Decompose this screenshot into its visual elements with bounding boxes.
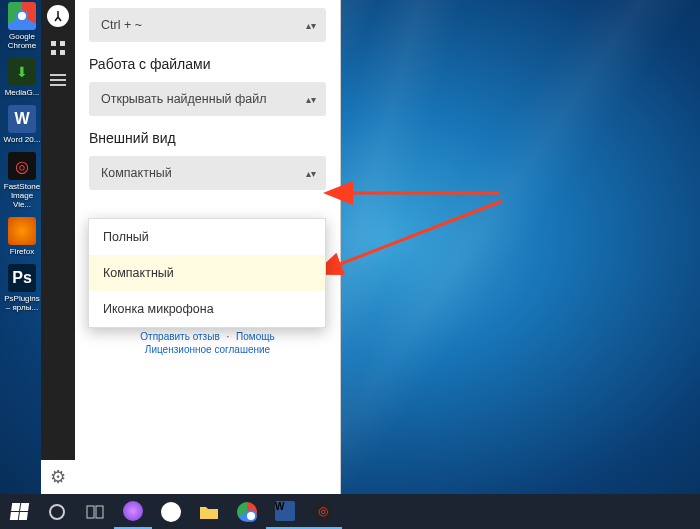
desktop-icon-chrome[interactable]: Google Chrome: [2, 2, 42, 50]
app-sidebar: [41, 0, 75, 494]
desktop-icon-label: Firefox: [2, 247, 42, 256]
svg-rect-12: [96, 506, 103, 518]
license-link[interactable]: Лицензионное соглашение: [145, 344, 270, 355]
desktop-icon-label: MediaG...: [2, 88, 42, 97]
taskbar-app-faststone[interactable]: ◎: [304, 494, 342, 529]
desktop-icons-column: Google Chrome MediaG... W Word 20... Fas…: [2, 2, 42, 320]
taskbar-app-explorer[interactable]: [190, 494, 228, 529]
dropdown-option-full[interactable]: Полный: [89, 219, 325, 255]
folder-icon: [199, 504, 219, 520]
sidebar-yandex-button[interactable]: [41, 0, 75, 32]
taskbar-app-alice[interactable]: [114, 494, 152, 529]
cortana-button[interactable]: [38, 494, 76, 529]
desktop-icon-word[interactable]: W Word 20...: [2, 105, 42, 144]
svg-rect-4: [50, 74, 66, 76]
word-icon: W: [275, 501, 295, 521]
files-action-value: Открывать найденный файл: [101, 92, 267, 106]
desktop-icon-label: Google Chrome: [2, 32, 42, 50]
chevron-updown-icon: ▴▾: [306, 94, 316, 105]
desktop-icon-firefox[interactable]: Firefox: [2, 217, 42, 256]
section-files-heading: Работа с файлами: [89, 56, 326, 72]
chrome-icon: [237, 502, 257, 522]
svg-rect-2: [51, 50, 56, 55]
desktop-background: Google Chrome MediaG... W Word 20... Fas…: [0, 0, 700, 529]
svg-line-10: [338, 201, 502, 265]
files-action-select[interactable]: Открывать найденный файл ▴▾: [89, 82, 326, 116]
annotation-arrow-2: [332, 195, 507, 279]
hotkey-select-value: Ctrl + ~: [101, 18, 142, 32]
taskbar-app-word[interactable]: W: [266, 494, 304, 529]
hamburger-icon: [50, 74, 66, 86]
taskbar: W ◎: [0, 494, 700, 529]
task-view-icon: [86, 505, 104, 519]
feedback-link[interactable]: Отправить отзыв: [140, 331, 219, 342]
section-appearance-heading: Внешний вид: [89, 130, 326, 146]
gear-icon: ⚙: [50, 466, 66, 488]
windows-icon: [9, 503, 28, 520]
settings-button[interactable]: ⚙: [41, 460, 75, 494]
help-link[interactable]: Помощь: [236, 331, 275, 342]
dropdown-option-mic[interactable]: Иконка микрофона: [89, 291, 325, 327]
chevron-updown-icon: ▴▾: [306, 168, 316, 179]
svg-rect-0: [51, 41, 56, 46]
faststone-icon: ◎: [313, 501, 333, 521]
task-view-button[interactable]: [76, 494, 114, 529]
firefox-icon: [8, 217, 36, 245]
footer-links: Отправить отзыв · Помощь: [89, 331, 326, 342]
alice-icon: [123, 501, 143, 521]
svg-rect-11: [87, 506, 94, 518]
svg-rect-5: [50, 79, 66, 81]
yandex-browser-icon: [161, 502, 181, 522]
desktop-icon-faststone[interactable]: FastStone Image Vie...: [2, 152, 42, 209]
camera-icon: [8, 152, 36, 180]
desktop-icon-label: PsPlugins – ярлы...: [2, 294, 42, 312]
download-icon: [8, 58, 36, 86]
desktop-icon-label: FastStone Image Vie...: [2, 182, 42, 209]
sidebar-menu-button[interactable]: [41, 64, 75, 96]
sidebar-apps-button[interactable]: [41, 32, 75, 64]
cortana-icon: [49, 504, 65, 520]
appearance-select-value: Компактный: [101, 166, 172, 180]
start-button[interactable]: [0, 494, 38, 529]
word-icon: W: [8, 105, 36, 133]
apps-grid-icon: [50, 40, 66, 56]
appearance-dropdown: Полный Компактный Иконка микрофона: [88, 218, 326, 328]
desktop-icon-mediaget[interactable]: MediaG...: [2, 58, 42, 97]
svg-rect-6: [50, 84, 66, 86]
appearance-select[interactable]: Компактный ▴▾: [89, 156, 326, 190]
svg-rect-3: [60, 50, 65, 55]
desktop-icon-label: Word 20...: [2, 135, 42, 144]
dropdown-option-compact[interactable]: Компактный: [89, 255, 325, 291]
yandex-icon: [47, 5, 69, 27]
hotkey-select[interactable]: Ctrl + ~ ▴▾: [89, 8, 326, 42]
chrome-icon: [8, 2, 36, 30]
photoshop-icon: Ps: [8, 264, 36, 292]
chevron-updown-icon: ▴▾: [306, 20, 316, 31]
desktop-icon-ps[interactable]: Ps PsPlugins – ярлы...: [2, 264, 42, 312]
svg-rect-1: [60, 41, 65, 46]
taskbar-app-chrome[interactable]: [228, 494, 266, 529]
taskbar-app-yandex[interactable]: [152, 494, 190, 529]
